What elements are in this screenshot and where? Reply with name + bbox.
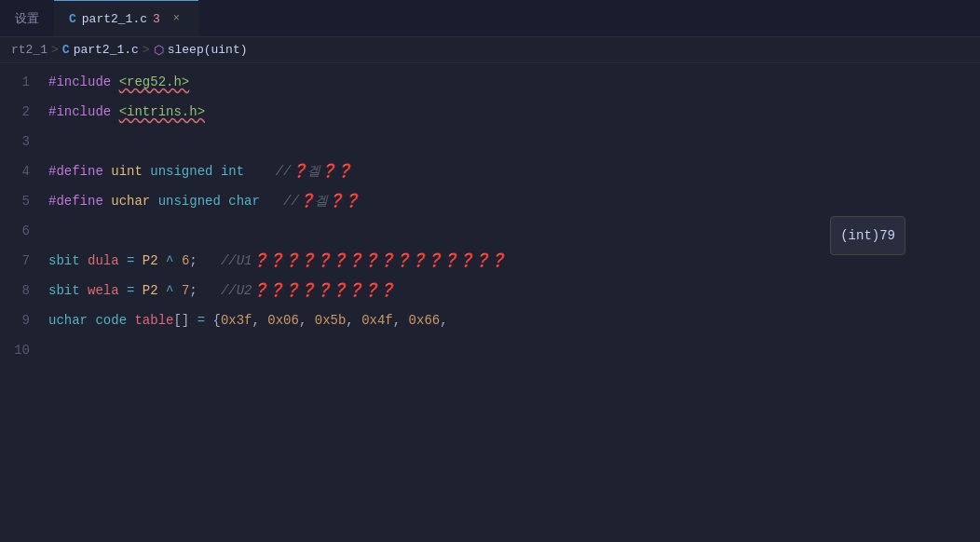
code-line-6 [48,216,980,246]
line-num-4: 4 [0,156,30,186]
tab-settings-label: 设置 [15,10,39,27]
code-container: 1 2 3 4 5 6 7 8 9 10 #include <reg52.h> … [0,63,980,542]
breadcrumb-c-icon: C [62,43,70,57]
tab-bar: 设置 C part2_1.c 3 × [0,0,980,37]
breadcrumb-func[interactable]: sleep(uint) [168,43,248,57]
breadcrumb-cube-icon: ⬡ [154,43,164,58]
code-line-9: uchar code table[] = {0x3f, 0x06, 0x5b, … [48,305,980,335]
line-numbers: 1 2 3 4 5 6 7 8 9 10 [0,63,41,542]
line-num-9: 9 [0,305,30,335]
tab-file-active[interactable]: C part2_1.c 3 × [54,0,198,36]
code-line-1: #include <reg52.h> [48,67,980,97]
line-num-2: 2 [0,97,30,127]
code-line-8: sbit wela = P2 ^ 7; //U2❓❓❓❓❓❓❓❓❓ [48,276,980,305]
line-num-6: 6 [0,216,30,246]
breadcrumb-part: rt2_1 [11,43,48,57]
line-num-1: 1 [0,67,30,97]
code-line-7: sbit dula = P2 ^ 6; //U1❓❓❓❓❓❓❓❓❓❓❓❓❓❓❓❓ [48,246,980,276]
code-line-4: #define uint unsigned int //❓겔❓❓ [48,156,980,186]
line-num-8: 8 [0,276,30,305]
line-num-3: 3 [0,127,30,156]
breadcrumb-file[interactable]: part2_1.c [74,43,139,57]
code-line-10 [48,335,980,365]
line-num-7: 7 [0,246,30,276]
tab-settings[interactable]: 设置 [0,0,54,36]
tab-file-label: part2_1.c [82,12,147,26]
code-line-2: #include <intrins.h> [48,97,980,127]
code-line-3 [48,127,980,156]
line-num-10: 10 [0,335,30,365]
editor: 1 2 3 4 5 6 7 8 9 10 #include <reg52.h> … [0,63,980,542]
code-line-5: #define uchar unsigned char //❓겔❓❓ [48,186,980,216]
line-num-5: 5 [0,186,30,216]
breadcrumb-sep2: > [143,43,150,57]
breadcrumb-sep1: > [51,43,59,57]
code-lines[interactable]: #include <reg52.h> #include <intrins.h> … [41,63,980,542]
tab-unsaved-badge: 3 [153,12,160,26]
tab-c-icon: C [69,12,76,26]
tab-close-button[interactable]: × [170,10,184,27]
breadcrumb: rt2_1 > C part2_1.c > ⬡ sleep(uint) [0,37,980,63]
